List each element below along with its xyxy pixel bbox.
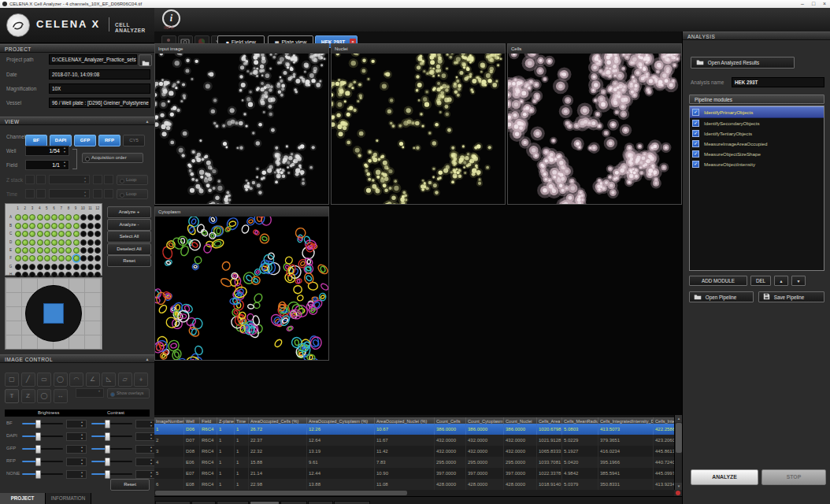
annotation-tool-icon-button[interactable]: ▭ xyxy=(37,372,51,387)
slider-thumb[interactable] xyxy=(105,458,110,466)
table-row[interactable]: 3D08R6C41122.3213.1911.42432.0000432.000… xyxy=(154,446,674,457)
plate-well-C10[interactable] xyxy=(80,231,87,237)
plate-well-B10[interactable] xyxy=(80,223,87,229)
pipeline-module-item[interactable]: ✓MeasureObjectSizeShape xyxy=(690,149,824,159)
view-section-header[interactable]: VIEW▲ xyxy=(0,117,154,125)
annotation-tool-icon-button[interactable]: ╱ xyxy=(21,372,35,387)
slider-thumb[interactable] xyxy=(35,432,41,441)
plate-well-G1[interactable] xyxy=(15,264,21,270)
slider-thumb[interactable] xyxy=(35,458,41,466)
zstack-dec-button[interactable] xyxy=(25,175,35,184)
plate-well-E12[interactable] xyxy=(94,247,101,254)
plate-well-B8[interactable] xyxy=(65,223,72,229)
table-row[interactable]: 4E06R6C41115.889.617.83295.0000295.00002… xyxy=(154,457,674,468)
plate-well-G3[interactable] xyxy=(29,264,35,270)
brightness-slider-gfp[interactable] xyxy=(22,445,63,452)
left-tab-information[interactable]: INFORMATION xyxy=(46,493,91,504)
plate-well-F11[interactable] xyxy=(87,255,94,261)
plate-well-B7[interactable] xyxy=(58,223,65,229)
plate-well-G6[interactable] xyxy=(51,264,57,270)
collapse-icon[interactable]: ▲ xyxy=(146,355,150,364)
plate-well-F3[interactable] xyxy=(29,255,35,261)
channel-button-bf[interactable]: BF xyxy=(25,135,47,146)
annotation-tool-icon-button[interactable]: T xyxy=(5,389,19,403)
zstack-inc-button[interactable] xyxy=(93,175,102,184)
contrast-slider-rfp[interactable] xyxy=(91,458,132,465)
well-spin-arrows[interactable]: ▴▾ xyxy=(61,146,68,154)
plate-well-F1[interactable] xyxy=(15,255,21,261)
analyze-button[interactable]: Analyze + xyxy=(107,206,151,218)
collapse-icon[interactable]: ▲ xyxy=(146,117,150,126)
plate-well-D3[interactable] xyxy=(29,239,35,246)
module-checkbox[interactable]: ✓ xyxy=(692,109,699,116)
spin-arrows[interactable]: ▴▾ xyxy=(79,458,85,465)
plate-well-B9[interactable] xyxy=(73,223,80,229)
plate-well-F12[interactable] xyxy=(94,255,101,261)
plate-well-A2[interactable] xyxy=(22,214,28,220)
zstack-dec2-button[interactable] xyxy=(36,175,46,184)
plate-well-E2[interactable] xyxy=(22,247,28,254)
brightness-slider-none[interactable] xyxy=(22,470,63,477)
annotation-tool-icon-button[interactable]: ▱ xyxy=(118,372,132,387)
plate-well-F9[interactable] xyxy=(73,255,80,261)
time-loop-toggle[interactable]: Loop xyxy=(117,189,148,199)
plate-well-E6[interactable] xyxy=(51,247,57,254)
contrast-value-none[interactable]: ▴▾ xyxy=(135,470,156,479)
spin-arrows[interactable]: ▴▾ xyxy=(79,471,85,478)
info-icon[interactable]: i xyxy=(162,9,180,28)
plate-well-D5[interactable] xyxy=(44,239,50,246)
contrast-value-bf[interactable]: ▴▾ xyxy=(135,420,156,428)
pipeline-module-item[interactable]: ✓IdentifySecondaryObjects xyxy=(690,118,824,128)
plate-well-C3[interactable] xyxy=(29,231,35,237)
cells-image-canvas[interactable] xyxy=(508,54,681,204)
move-module-up-button[interactable]: ▲ xyxy=(774,276,788,286)
spin-arrows[interactable]: ▴▾ xyxy=(148,471,154,478)
delete-module-button[interactable]: DEL xyxy=(750,276,771,286)
plate-well-A8[interactable] xyxy=(65,214,72,220)
deselect-all-button[interactable]: Deselect All xyxy=(107,243,151,255)
plate-well-G10[interactable] xyxy=(80,264,87,270)
slider-thumb[interactable] xyxy=(105,432,110,441)
module-checkbox[interactable]: ✓ xyxy=(692,130,699,137)
plate-well-G9[interactable] xyxy=(73,264,80,270)
plate-well-D4[interactable] xyxy=(37,239,43,246)
vertical-scroll-thumb[interactable] xyxy=(676,423,682,453)
cytoplasm-image-canvas[interactable] xyxy=(155,217,328,360)
module-checkbox[interactable]: ✓ xyxy=(692,150,699,158)
plate-well-F6[interactable] xyxy=(51,255,57,261)
plate-well-A9[interactable] xyxy=(73,214,80,220)
results-tab-cells[interactable]: Cells xyxy=(308,501,332,504)
plate-well-F7[interactable] xyxy=(58,255,65,261)
zstack-inc2-button[interactable] xyxy=(104,175,113,184)
close-button[interactable]: × xyxy=(819,0,830,8)
plate-well-A12[interactable] xyxy=(94,214,101,220)
contrast-slider-dapi[interactable] xyxy=(91,432,132,439)
plate-well-A7[interactable] xyxy=(58,214,65,220)
results-tab-results[interactable]: Results xyxy=(250,501,280,504)
time-dec-button[interactable] xyxy=(25,189,35,198)
spin-arrows[interactable]: ▴▾ xyxy=(79,433,85,440)
plate-well-E11[interactable] xyxy=(87,247,94,254)
plate-well-A10[interactable] xyxy=(80,214,87,220)
table-row[interactable]: 6E08R6C41122.9813.8811.08428.0000428.000… xyxy=(154,479,674,490)
time-inc2-button[interactable] xyxy=(104,189,113,198)
plate-well-D1[interactable] xyxy=(15,239,21,246)
plate-well-C2[interactable] xyxy=(22,231,28,237)
plate-well-B5[interactable] xyxy=(44,223,50,229)
input-image-canvas[interactable] xyxy=(155,54,328,204)
plate-well-B4[interactable] xyxy=(37,223,43,229)
annotation-tool-icon-button[interactable]: ◺ xyxy=(102,372,116,387)
plate-well-F8[interactable] xyxy=(65,255,72,261)
module-checkbox[interactable]: ✓ xyxy=(692,161,699,168)
pipeline-module-item[interactable]: ✓MeasureObjectIntensity xyxy=(690,159,824,169)
minimize-button[interactable]: – xyxy=(797,0,808,8)
open-pipeline-button[interactable]: Open Pipeline xyxy=(689,291,754,302)
plate-well-E5[interactable] xyxy=(44,247,50,254)
current-field-marker[interactable] xyxy=(43,303,64,324)
field-spin-arrows[interactable]: ▴▾ xyxy=(61,161,68,168)
zoom-select[interactable]: ▾ xyxy=(76,388,104,398)
plate-well-E1[interactable] xyxy=(15,247,21,254)
results-tab-cytoplasm[interactable]: Cytoplasm xyxy=(334,501,370,504)
horizontal-scrollbar[interactable] xyxy=(154,490,674,496)
plate-well-C4[interactable] xyxy=(37,231,43,237)
